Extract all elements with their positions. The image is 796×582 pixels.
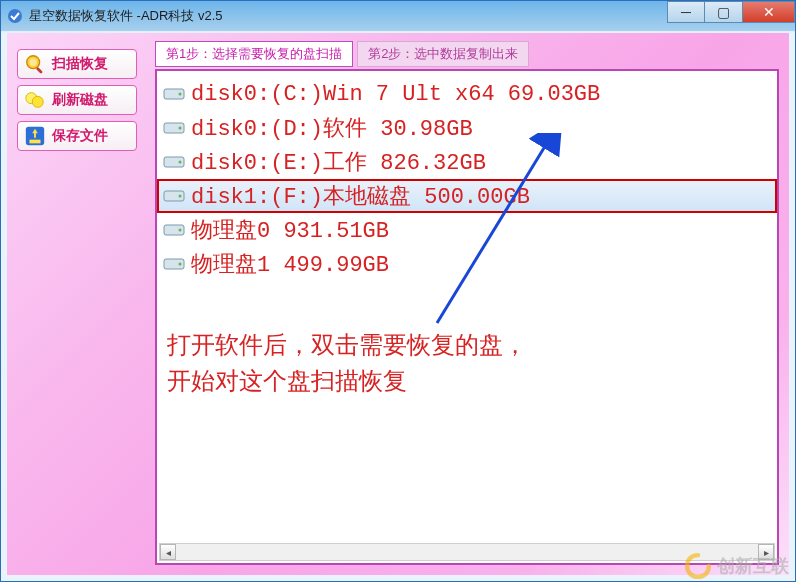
drive-row[interactable]: 物理盘1 499.99GB [157,247,777,281]
drive-row[interactable]: 物理盘0 931.51GB [157,213,777,247]
drive-text: disk0:(D:)软件 30.98GB [191,113,473,143]
svg-point-19 [179,263,182,266]
svg-point-13 [179,161,182,164]
drive-list: disk0:(C:)Win 7 Ult x64 69.03GBdisk0:(D:… [157,71,777,287]
hdd-icon [163,188,185,204]
window-controls: ─ ▢ ✕ [667,1,795,23]
client-area: 扫描恢复 刷新磁盘 保存文件 第1步：选择需要恢复的盘扫描 [7,33,789,575]
hdd-icon [163,222,185,238]
instruction-line: 打开软件后，双击需要恢复的盘， [167,327,527,363]
svg-point-17 [179,229,182,232]
horizontal-scrollbar[interactable]: ◂ ▸ [159,543,775,561]
hdd-icon [163,86,185,102]
drive-text: disk0:(C:)Win 7 Ult x64 69.03GB [191,82,600,107]
hdd-icon [163,154,185,170]
close-button[interactable]: ✕ [743,1,795,23]
svg-point-5 [32,96,43,107]
drive-text: disk0:(E:)工作 826.32GB [191,147,486,177]
drive-row[interactable]: disk0:(C:)Win 7 Ult x64 69.03GB [157,77,777,111]
sidebar: 扫描恢复 刷新磁盘 保存文件 [13,43,143,157]
refresh-icon [24,89,46,111]
svg-point-2 [30,59,37,66]
sidebar-item-label: 刷新磁盘 [52,91,108,109]
titlebar: 星空数据恢复软件 -ADR科技 v2.5 ─ ▢ ✕ [1,1,795,31]
sidebar-item-label: 扫描恢复 [52,55,108,73]
minimize-button[interactable]: ─ [667,1,705,23]
instruction-line: 开始对这个盘扫描恢复 [167,363,527,399]
tab-step2[interactable]: 第2步：选中数据复制出来 [357,41,529,67]
app-icon [7,8,23,24]
tab-label: 第2步：选中数据复制出来 [368,46,518,61]
drive-row[interactable]: disk0:(E:)工作 826.32GB [157,145,777,179]
svg-point-9 [179,93,182,96]
scan-recover-button[interactable]: 扫描恢复 [17,49,137,79]
tab-step1[interactable]: 第1步：选择需要恢复的盘扫描 [155,41,353,67]
tab-label: 第1步：选择需要恢复的盘扫描 [166,46,342,61]
svg-point-11 [179,127,182,130]
svg-rect-3 [36,67,43,74]
drive-text: disk1:(F:)本地磁盘 500.00GB [191,181,530,211]
magnifier-icon [24,53,46,75]
maximize-button[interactable]: ▢ [705,1,743,23]
scroll-right-button[interactable]: ▸ [758,544,774,560]
tabs: 第1步：选择需要恢复的盘扫描 第2步：选中数据复制出来 [155,41,529,67]
drive-text: 物理盘1 499.99GB [191,249,389,279]
hdd-icon [163,120,185,136]
svg-rect-7 [30,140,41,144]
hdd-icon [163,256,185,272]
drive-text: 物理盘0 931.51GB [191,215,389,245]
sidebar-item-label: 保存文件 [52,127,108,145]
drive-row[interactable]: disk0:(D:)软件 30.98GB [157,111,777,145]
svg-point-15 [179,195,182,198]
save-icon [24,125,46,147]
main-panel: disk0:(C:)Win 7 Ult x64 69.03GBdisk0:(D:… [155,69,779,565]
scroll-left-button[interactable]: ◂ [160,544,176,560]
app-window: 星空数据恢复软件 -ADR科技 v2.5 ─ ▢ ✕ 扫描恢复 [0,0,796,582]
save-file-button[interactable]: 保存文件 [17,121,137,151]
drive-row[interactable]: disk1:(F:)本地磁盘 500.00GB [157,179,777,213]
window-title: 星空数据恢复软件 -ADR科技 v2.5 [29,7,223,25]
instruction-text: 打开软件后，双击需要恢复的盘， 开始对这个盘扫描恢复 [167,327,527,399]
refresh-disk-button[interactable]: 刷新磁盘 [17,85,137,115]
svg-point-0 [8,9,22,23]
